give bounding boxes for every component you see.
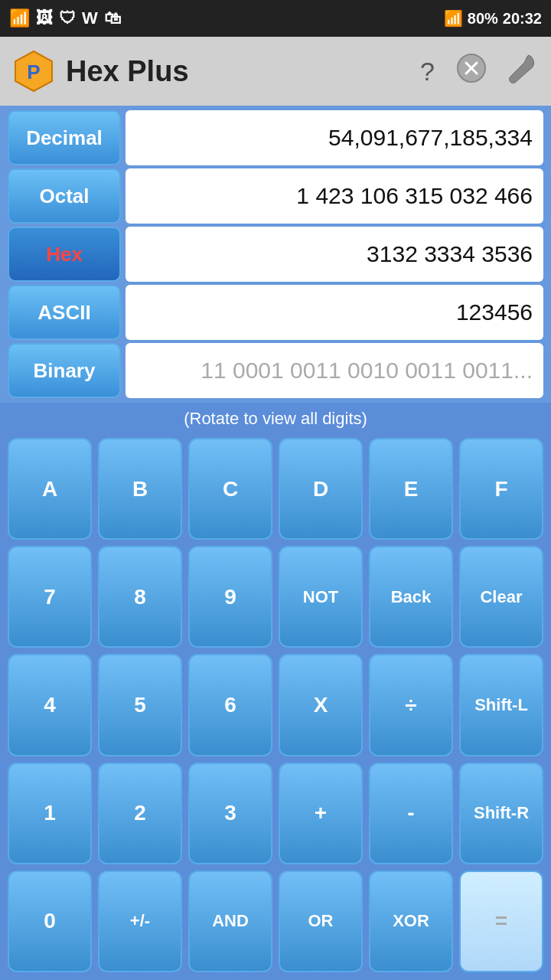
value-field-binary[interactable]: 11 0001 0011 0010 0011 0011... (126, 343, 543, 398)
close-button[interactable] (456, 53, 487, 90)
app-title: Hex Plus (66, 55, 189, 88)
key-XOR[interactable]: XOR (369, 871, 453, 972)
label-btn-hex[interactable]: Hex (8, 227, 121, 282)
key-Shift_R[interactable]: Shift-R (459, 763, 543, 864)
key-Back[interactable]: Back (369, 546, 453, 648)
key-_[interactable]: + (279, 763, 363, 864)
key-row-2: 456X÷Shift-L (8, 654, 543, 756)
key-4[interactable]: 4 (8, 654, 92, 756)
key-A[interactable]: A (8, 438, 92, 540)
close-icon (456, 53, 487, 83)
key-9[interactable]: 9 (188, 546, 272, 648)
rotate-hint: (Rotate to view all digits) (0, 403, 551, 432)
key-row-0: ABCDEF (8, 438, 543, 540)
label-btn-ascii[interactable]: ASCII (8, 285, 121, 340)
key-_[interactable]: - (369, 763, 453, 864)
value-field-ascii[interactable]: 123456 (126, 285, 543, 340)
status-right: 📶 80% 20:32 (444, 9, 542, 28)
image-icon: 🖼 (36, 8, 53, 28)
key-C[interactable]: C (188, 438, 272, 540)
shop-icon: 🛍 (104, 8, 121, 28)
app-icon: P (12, 50, 55, 93)
display-area: Decimal54,091,677,185,334Octal1 423 106 … (0, 106, 551, 403)
display-row-binary: Binary11 0001 0011 0010 0011 0011... (8, 343, 543, 398)
key-2[interactable]: 2 (98, 763, 182, 864)
status-bar: 📶 🖼 🛡 W 🛍 📶 80% 20:32 (0, 0, 551, 37)
key-AND[interactable]: AND (188, 871, 272, 972)
key-5[interactable]: 5 (98, 654, 182, 756)
word-icon: W (82, 8, 98, 28)
key-B[interactable]: B (98, 438, 182, 540)
key-7[interactable]: 7 (8, 546, 92, 648)
label-btn-decimal[interactable]: Decimal (8, 110, 121, 165)
key-3[interactable]: 3 (188, 763, 272, 864)
toolbar: P Hex Plus ? (0, 37, 551, 106)
clock: 20:32 (503, 10, 542, 28)
value-field-hex[interactable]: 3132 3334 3536 (126, 227, 543, 282)
key-D[interactable]: D (279, 438, 363, 540)
value-field-decimal[interactable]: 54,091,677,185,334 (126, 110, 543, 165)
key-E[interactable]: E (369, 438, 453, 540)
svg-text:P: P (27, 60, 40, 83)
key-F[interactable]: F (459, 438, 543, 540)
label-btn-binary[interactable]: Binary (8, 343, 121, 398)
key-row-1: 789NOTBackClear (8, 546, 543, 648)
status-icons: 📶 🖼 🛡 W 🛍 (9, 8, 121, 28)
key-Clear[interactable]: Clear (459, 546, 543, 648)
toolbar-left: P Hex Plus (12, 50, 189, 93)
help-button[interactable]: ? (420, 57, 435, 87)
shield-icon: 🛡 (59, 8, 76, 28)
display-row-ascii: ASCII123456 (8, 285, 543, 340)
keypad: ABCDEF789NOTBackClear456X÷Shift-L123+-Sh… (0, 432, 551, 980)
svg-point-5 (511, 77, 516, 82)
key-0[interactable]: 0 (8, 871, 92, 972)
key-Shift_L[interactable]: Shift-L (459, 654, 543, 756)
battery-text: 80% (468, 10, 498, 28)
key-_[interactable]: ÷ (369, 654, 453, 756)
display-row-hex: Hex3132 3334 3536 (8, 227, 543, 282)
key-NOT[interactable]: NOT (279, 546, 363, 648)
key-8[interactable]: 8 (98, 546, 182, 648)
label-btn-octal[interactable]: Octal (8, 168, 121, 224)
key-row-3: 123+-Shift-R (8, 763, 543, 864)
value-field-octal[interactable]: 1 423 106 315 032 466 (126, 168, 543, 224)
key-OR[interactable]: OR (279, 871, 363, 972)
signal-icon: 📶 (444, 9, 463, 28)
key-1[interactable]: 1 (8, 763, 92, 864)
wifi-icon: 📶 (9, 8, 30, 28)
display-row-decimal: Decimal54,091,677,185,334 (8, 110, 543, 165)
key-_[interactable]: = (459, 871, 543, 972)
key-row-4: 0+/-ANDORXOR= (8, 871, 543, 972)
display-row-octal: Octal1 423 106 315 032 466 (8, 168, 543, 224)
key-___[interactable]: +/- (98, 871, 182, 972)
settings-button[interactable] (508, 53, 539, 90)
toolbar-actions: ? (420, 53, 539, 90)
key-6[interactable]: 6 (188, 654, 272, 756)
key-X[interactable]: X (279, 654, 363, 756)
wrench-icon (508, 53, 539, 83)
